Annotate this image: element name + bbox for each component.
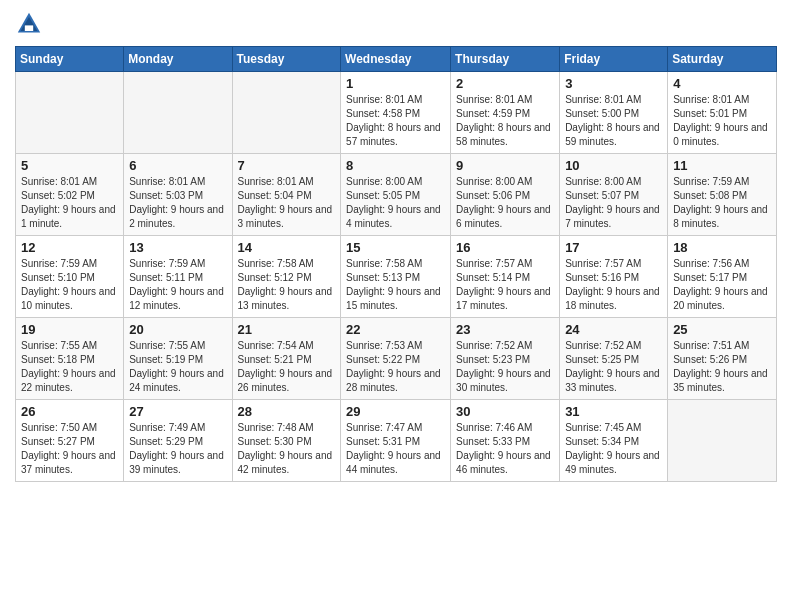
day-info: Sunrise: 7:53 AMSunset: 5:22 PMDaylight:… bbox=[346, 339, 445, 395]
calendar-cell: 5Sunrise: 8:01 AMSunset: 5:02 PMDaylight… bbox=[16, 154, 124, 236]
calendar-cell: 14Sunrise: 7:58 AMSunset: 5:12 PMDayligh… bbox=[232, 236, 341, 318]
day-number: 10 bbox=[565, 158, 662, 173]
calendar-cell: 18Sunrise: 7:56 AMSunset: 5:17 PMDayligh… bbox=[668, 236, 777, 318]
calendar-cell: 27Sunrise: 7:49 AMSunset: 5:29 PMDayligh… bbox=[124, 400, 232, 482]
day-info: Sunrise: 7:54 AMSunset: 5:21 PMDaylight:… bbox=[238, 339, 336, 395]
calendar-cell: 15Sunrise: 7:58 AMSunset: 5:13 PMDayligh… bbox=[341, 236, 451, 318]
weekday-header: Wednesday bbox=[341, 47, 451, 72]
day-info: Sunrise: 7:48 AMSunset: 5:30 PMDaylight:… bbox=[238, 421, 336, 477]
calendar-cell: 20Sunrise: 7:55 AMSunset: 5:19 PMDayligh… bbox=[124, 318, 232, 400]
weekday-header: Thursday bbox=[451, 47, 560, 72]
day-info: Sunrise: 8:01 AMSunset: 5:04 PMDaylight:… bbox=[238, 175, 336, 231]
calendar-cell: 17Sunrise: 7:57 AMSunset: 5:16 PMDayligh… bbox=[560, 236, 668, 318]
day-number: 27 bbox=[129, 404, 226, 419]
day-info: Sunrise: 8:01 AMSunset: 4:59 PMDaylight:… bbox=[456, 93, 554, 149]
calendar-cell: 9Sunrise: 8:00 AMSunset: 5:06 PMDaylight… bbox=[451, 154, 560, 236]
day-info: Sunrise: 7:49 AMSunset: 5:29 PMDaylight:… bbox=[129, 421, 226, 477]
calendar-cell: 28Sunrise: 7:48 AMSunset: 5:30 PMDayligh… bbox=[232, 400, 341, 482]
day-info: Sunrise: 8:01 AMSunset: 5:01 PMDaylight:… bbox=[673, 93, 771, 149]
calendar-table: SundayMondayTuesdayWednesdayThursdayFrid… bbox=[15, 46, 777, 482]
day-info: Sunrise: 7:56 AMSunset: 5:17 PMDaylight:… bbox=[673, 257, 771, 313]
calendar-cell: 19Sunrise: 7:55 AMSunset: 5:18 PMDayligh… bbox=[16, 318, 124, 400]
page: SundayMondayTuesdayWednesdayThursdayFrid… bbox=[0, 0, 792, 612]
day-number: 22 bbox=[346, 322, 445, 337]
day-number: 19 bbox=[21, 322, 118, 337]
day-number: 9 bbox=[456, 158, 554, 173]
calendar-cell: 1Sunrise: 8:01 AMSunset: 4:58 PMDaylight… bbox=[341, 72, 451, 154]
calendar-cell: 13Sunrise: 7:59 AMSunset: 5:11 PMDayligh… bbox=[124, 236, 232, 318]
calendar-cell: 3Sunrise: 8:01 AMSunset: 5:00 PMDaylight… bbox=[560, 72, 668, 154]
day-number: 8 bbox=[346, 158, 445, 173]
day-number: 6 bbox=[129, 158, 226, 173]
day-number: 29 bbox=[346, 404, 445, 419]
logo bbox=[15, 10, 47, 38]
day-info: Sunrise: 8:00 AMSunset: 5:06 PMDaylight:… bbox=[456, 175, 554, 231]
header bbox=[15, 10, 777, 38]
day-number: 2 bbox=[456, 76, 554, 91]
day-number: 13 bbox=[129, 240, 226, 255]
calendar-cell: 7Sunrise: 8:01 AMSunset: 5:04 PMDaylight… bbox=[232, 154, 341, 236]
weekday-header: Monday bbox=[124, 47, 232, 72]
calendar-cell: 30Sunrise: 7:46 AMSunset: 5:33 PMDayligh… bbox=[451, 400, 560, 482]
calendar-week-row: 19Sunrise: 7:55 AMSunset: 5:18 PMDayligh… bbox=[16, 318, 777, 400]
calendar-cell bbox=[124, 72, 232, 154]
day-info: Sunrise: 8:01 AMSunset: 5:00 PMDaylight:… bbox=[565, 93, 662, 149]
day-info: Sunrise: 7:58 AMSunset: 5:12 PMDaylight:… bbox=[238, 257, 336, 313]
day-number: 5 bbox=[21, 158, 118, 173]
day-info: Sunrise: 7:51 AMSunset: 5:26 PMDaylight:… bbox=[673, 339, 771, 395]
day-number: 7 bbox=[238, 158, 336, 173]
day-number: 16 bbox=[456, 240, 554, 255]
day-number: 11 bbox=[673, 158, 771, 173]
day-info: Sunrise: 7:47 AMSunset: 5:31 PMDaylight:… bbox=[346, 421, 445, 477]
calendar-cell: 10Sunrise: 8:00 AMSunset: 5:07 PMDayligh… bbox=[560, 154, 668, 236]
day-number: 23 bbox=[456, 322, 554, 337]
day-number: 3 bbox=[565, 76, 662, 91]
day-number: 14 bbox=[238, 240, 336, 255]
day-info: Sunrise: 7:45 AMSunset: 5:34 PMDaylight:… bbox=[565, 421, 662, 477]
day-info: Sunrise: 8:01 AMSunset: 5:02 PMDaylight:… bbox=[21, 175, 118, 231]
calendar-cell: 21Sunrise: 7:54 AMSunset: 5:21 PMDayligh… bbox=[232, 318, 341, 400]
day-number: 20 bbox=[129, 322, 226, 337]
calendar-week-row: 1Sunrise: 8:01 AMSunset: 4:58 PMDaylight… bbox=[16, 72, 777, 154]
day-number: 18 bbox=[673, 240, 771, 255]
day-info: Sunrise: 7:46 AMSunset: 5:33 PMDaylight:… bbox=[456, 421, 554, 477]
day-number: 26 bbox=[21, 404, 118, 419]
calendar-cell: 24Sunrise: 7:52 AMSunset: 5:25 PMDayligh… bbox=[560, 318, 668, 400]
calendar-cell bbox=[668, 400, 777, 482]
day-number: 25 bbox=[673, 322, 771, 337]
day-number: 12 bbox=[21, 240, 118, 255]
day-number: 15 bbox=[346, 240, 445, 255]
day-info: Sunrise: 8:00 AMSunset: 5:07 PMDaylight:… bbox=[565, 175, 662, 231]
logo-icon bbox=[15, 10, 43, 38]
calendar-cell: 6Sunrise: 8:01 AMSunset: 5:03 PMDaylight… bbox=[124, 154, 232, 236]
day-info: Sunrise: 8:01 AMSunset: 5:03 PMDaylight:… bbox=[129, 175, 226, 231]
day-number: 30 bbox=[456, 404, 554, 419]
day-info: Sunrise: 7:59 AMSunset: 5:11 PMDaylight:… bbox=[129, 257, 226, 313]
day-info: Sunrise: 7:52 AMSunset: 5:25 PMDaylight:… bbox=[565, 339, 662, 395]
calendar-cell: 23Sunrise: 7:52 AMSunset: 5:23 PMDayligh… bbox=[451, 318, 560, 400]
day-number: 28 bbox=[238, 404, 336, 419]
calendar-cell: 2Sunrise: 8:01 AMSunset: 4:59 PMDaylight… bbox=[451, 72, 560, 154]
day-info: Sunrise: 7:57 AMSunset: 5:16 PMDaylight:… bbox=[565, 257, 662, 313]
day-number: 21 bbox=[238, 322, 336, 337]
calendar-cell: 29Sunrise: 7:47 AMSunset: 5:31 PMDayligh… bbox=[341, 400, 451, 482]
day-number: 31 bbox=[565, 404, 662, 419]
calendar-week-row: 5Sunrise: 8:01 AMSunset: 5:02 PMDaylight… bbox=[16, 154, 777, 236]
calendar-cell: 11Sunrise: 7:59 AMSunset: 5:08 PMDayligh… bbox=[668, 154, 777, 236]
day-number: 1 bbox=[346, 76, 445, 91]
day-info: Sunrise: 7:57 AMSunset: 5:14 PMDaylight:… bbox=[456, 257, 554, 313]
calendar-week-row: 26Sunrise: 7:50 AMSunset: 5:27 PMDayligh… bbox=[16, 400, 777, 482]
weekday-header: Friday bbox=[560, 47, 668, 72]
calendar-header-row: SundayMondayTuesdayWednesdayThursdayFrid… bbox=[16, 47, 777, 72]
calendar-cell: 25Sunrise: 7:51 AMSunset: 5:26 PMDayligh… bbox=[668, 318, 777, 400]
day-number: 24 bbox=[565, 322, 662, 337]
calendar-cell: 4Sunrise: 8:01 AMSunset: 5:01 PMDaylight… bbox=[668, 72, 777, 154]
weekday-header: Tuesday bbox=[232, 47, 341, 72]
weekday-header: Saturday bbox=[668, 47, 777, 72]
calendar-cell bbox=[16, 72, 124, 154]
day-number: 4 bbox=[673, 76, 771, 91]
day-info: Sunrise: 7:58 AMSunset: 5:13 PMDaylight:… bbox=[346, 257, 445, 313]
calendar-cell: 8Sunrise: 8:00 AMSunset: 5:05 PMDaylight… bbox=[341, 154, 451, 236]
calendar-cell bbox=[232, 72, 341, 154]
calendar-cell: 22Sunrise: 7:53 AMSunset: 5:22 PMDayligh… bbox=[341, 318, 451, 400]
